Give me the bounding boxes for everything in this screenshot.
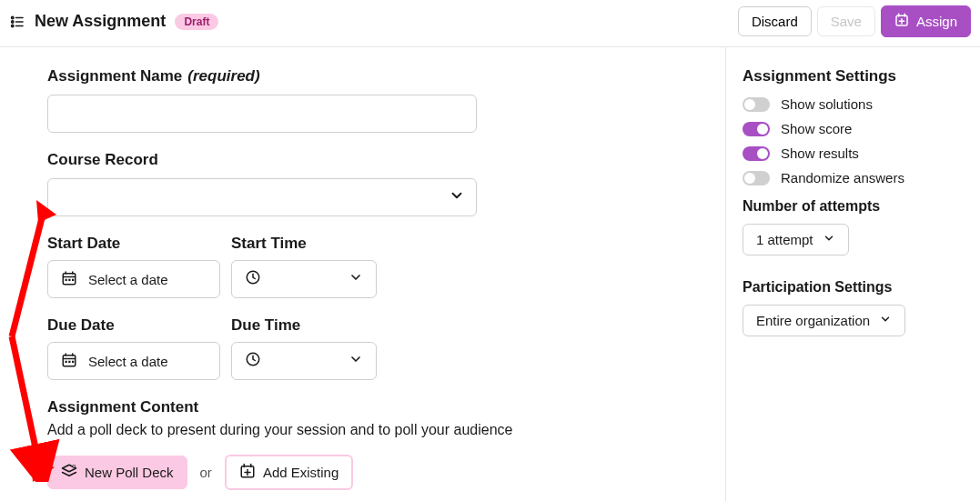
calendar-icon <box>61 352 77 371</box>
svg-point-2 <box>12 20 14 22</box>
chevron-down-icon <box>349 270 363 288</box>
clock-icon <box>245 351 261 371</box>
settings-sidebar: Assignment Settings Show solutions Show … <box>725 47 980 501</box>
due-date-input[interactable]: Select a date <box>47 342 220 380</box>
assignment-icon <box>9 14 25 30</box>
attempts-value: 1 attempt <box>756 232 813 247</box>
toggle-show-results[interactable] <box>743 146 770 161</box>
svg-line-13 <box>12 211 44 336</box>
clock-icon <box>245 269 261 289</box>
chevron-down-icon <box>349 352 363 370</box>
calendar-icon <box>61 270 77 289</box>
assign-button[interactable]: Assign <box>881 5 971 37</box>
content-section-title: Assignment Content <box>47 398 680 416</box>
save-button[interactable]: Save <box>817 6 875 36</box>
chevron-down-icon <box>823 232 835 247</box>
main-form: Assignment Name(required) Course Record … <box>0 47 725 501</box>
toggle-randomize-answers[interactable] <box>743 171 770 185</box>
svg-point-0 <box>12 16 14 18</box>
svg-rect-21 <box>72 278 74 280</box>
toggle-label: Randomize answers <box>781 170 904 185</box>
svg-rect-29 <box>72 360 74 362</box>
svg-rect-28 <box>68 360 70 362</box>
toggle-label: Show score <box>781 121 852 136</box>
start-date-input[interactable]: Select a date <box>47 260 220 298</box>
chevron-down-icon <box>879 313 892 328</box>
assign-label: Assign <box>916 14 957 29</box>
due-date-placeholder: Select a date <box>88 354 168 369</box>
course-record-label: Course Record <box>47 151 680 169</box>
due-date-label: Due Date <box>47 316 220 335</box>
due-time-input[interactable] <box>231 342 377 380</box>
participation-label: Participation Settings <box>743 279 964 296</box>
toggle-label: Show solutions <box>781 96 873 112</box>
start-time-input[interactable] <box>231 260 377 298</box>
assignment-name-label: Assignment Name(required) <box>47 67 680 85</box>
discard-button[interactable]: Discard <box>738 6 812 36</box>
participation-select[interactable]: Entire organization <box>743 305 905 336</box>
svg-point-4 <box>12 25 14 26</box>
due-time-label: Due Time <box>231 316 377 335</box>
settings-heading: Assignment Settings <box>743 67 964 85</box>
start-time-label: Start Time <box>231 235 377 253</box>
course-record-select[interactable] <box>47 178 477 216</box>
attempts-label: Number of attempts <box>743 198 964 215</box>
new-poll-deck-button[interactable]: New Poll Deck <box>47 456 187 489</box>
assignment-name-input[interactable] <box>47 95 477 133</box>
status-badge: Draft <box>175 14 218 30</box>
toggle-show-solutions[interactable] <box>743 97 770 112</box>
svg-line-14 <box>12 336 40 469</box>
participation-value: Entire organization <box>756 313 870 328</box>
assign-plus-icon <box>894 13 909 30</box>
attempts-select[interactable]: 1 attempt <box>743 224 849 256</box>
content-section-desc: Add a poll deck to present during your s… <box>47 422 680 438</box>
start-date-label: Start Date <box>47 235 220 253</box>
start-date-placeholder: Select a date <box>88 272 168 287</box>
header-bar: New Assignment Draft Discard Save Assign <box>0 0 980 47</box>
toggle-label: Show results <box>781 145 859 161</box>
page-title: New Assignment <box>35 12 166 31</box>
deck-icon <box>61 463 77 482</box>
svg-rect-19 <box>66 278 67 280</box>
svg-rect-27 <box>66 360 67 362</box>
toggle-show-score[interactable] <box>743 122 770 136</box>
add-existing-label: Add Existing <box>263 465 338 480</box>
new-poll-deck-label: New Poll Deck <box>85 465 174 480</box>
add-existing-icon <box>239 463 256 482</box>
chevron-down-icon <box>449 187 465 207</box>
svg-rect-20 <box>68 278 70 280</box>
add-existing-button[interactable]: Add Existing <box>225 455 353 490</box>
or-text: or <box>200 465 212 480</box>
